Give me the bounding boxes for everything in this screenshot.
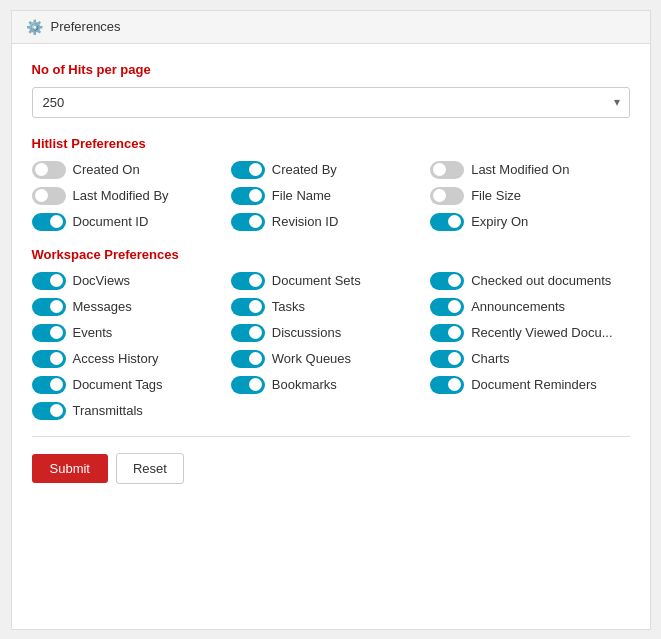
toggle-slider: [32, 187, 66, 205]
toggle-switch[interactable]: [231, 350, 265, 368]
toggle-row: Charts: [430, 350, 629, 368]
hits-per-page-label: No of Hits per page: [32, 62, 630, 77]
hits-per-page-select[interactable]: 250 10 25 50 100 500: [32, 87, 630, 118]
toggle-label: Events: [73, 325, 113, 340]
toggle-slider: [32, 376, 66, 394]
preferences-panel: ⚙️ Preferences No of Hits per page 250 1…: [11, 10, 651, 630]
toggle-label: DocViews: [73, 273, 131, 288]
toggle-label: Work Queues: [272, 351, 351, 366]
toggle-slider: [430, 187, 464, 205]
toggle-label: Transmittals: [73, 403, 143, 418]
workspace-preferences-label: Workspace Preferences: [32, 247, 630, 262]
toggle-switch[interactable]: [32, 298, 66, 316]
toggle-switch[interactable]: [430, 324, 464, 342]
button-row: Submit Reset: [32, 453, 630, 484]
toggle-slider: [231, 187, 265, 205]
toggle-label: File Name: [272, 188, 331, 203]
toggle-row: Document Reminders: [430, 376, 629, 394]
toggle-switch[interactable]: [231, 324, 265, 342]
toggle-slider: [32, 350, 66, 368]
toggle-row: File Size: [430, 187, 629, 205]
toggle-slider: [430, 161, 464, 179]
toggle-switch[interactable]: [231, 272, 265, 290]
toggle-label: Created On: [73, 162, 140, 177]
divider: [32, 436, 630, 437]
toggle-switch[interactable]: [32, 161, 66, 179]
toggle-switch[interactable]: [231, 376, 265, 394]
toggle-slider: [231, 324, 265, 342]
toggle-switch[interactable]: [231, 298, 265, 316]
toggle-slider: [430, 298, 464, 316]
toggle-row: Created On: [32, 161, 231, 179]
reset-button[interactable]: Reset: [116, 453, 184, 484]
toggle-label: Last Modified On: [471, 162, 569, 177]
toggle-row: Created By: [231, 161, 430, 179]
submit-button[interactable]: Submit: [32, 454, 108, 483]
toggle-label: Document Tags: [73, 377, 163, 392]
toggle-label: Document ID: [73, 214, 149, 229]
toggle-row: Work Queues: [231, 350, 430, 368]
toggle-label: Discussions: [272, 325, 341, 340]
hitlist-preferences-section: Hitlist Preferences Created OnCreated By…: [32, 136, 630, 231]
toggle-switch[interactable]: [430, 161, 464, 179]
toggle-label: Document Sets: [272, 273, 361, 288]
toggle-switch[interactable]: [32, 213, 66, 231]
toggle-slider: [231, 376, 265, 394]
toggle-slider: [32, 324, 66, 342]
toggle-switch[interactable]: [430, 187, 464, 205]
toggle-slider: [231, 272, 265, 290]
toggle-switch[interactable]: [430, 213, 464, 231]
toggle-label: Access History: [73, 351, 159, 366]
toggle-label: Checked out documents: [471, 273, 611, 288]
toggle-slider: [32, 213, 66, 231]
hits-per-page-section: No of Hits per page 250 10 25 50 100 500…: [32, 62, 630, 118]
toggle-switch[interactable]: [32, 324, 66, 342]
toggle-slider: [430, 213, 464, 231]
toggle-slider: [430, 350, 464, 368]
toggle-row: Events: [32, 324, 231, 342]
hitlist-preferences-label: Hitlist Preferences: [32, 136, 630, 151]
toggle-switch[interactable]: [231, 213, 265, 231]
toggle-label: Revision ID: [272, 214, 338, 229]
toggle-label: Messages: [73, 299, 132, 314]
toggle-row: Document ID: [32, 213, 231, 231]
toggle-switch[interactable]: [430, 272, 464, 290]
toggle-label: Created By: [272, 162, 337, 177]
toggle-row: Discussions: [231, 324, 430, 342]
toggle-row: Last Modified On: [430, 161, 629, 179]
toggle-switch[interactable]: [430, 350, 464, 368]
toggle-label: Expiry On: [471, 214, 528, 229]
toggle-label: Last Modified By: [73, 188, 169, 203]
preferences-icon: ⚙️: [26, 19, 43, 35]
toggle-row: Document Tags: [32, 376, 231, 394]
toggle-switch[interactable]: [430, 298, 464, 316]
toggle-slider: [231, 350, 265, 368]
toggle-switch[interactable]: [430, 376, 464, 394]
toggle-label: Recently Viewed Docu...: [471, 325, 612, 340]
toggle-row: Messages: [32, 298, 231, 316]
toggle-label: Bookmarks: [272, 377, 337, 392]
toggle-row: Bookmarks: [231, 376, 430, 394]
toggle-slider: [430, 324, 464, 342]
toggle-row: Announcements: [430, 298, 629, 316]
toggle-row: Revision ID: [231, 213, 430, 231]
toggle-switch[interactable]: [231, 161, 265, 179]
toggle-switch[interactable]: [32, 402, 66, 420]
toggle-switch[interactable]: [32, 350, 66, 368]
toggle-switch[interactable]: [32, 272, 66, 290]
toggle-label: Document Reminders: [471, 377, 597, 392]
toggle-row: Expiry On: [430, 213, 629, 231]
toggle-switch[interactable]: [32, 376, 66, 394]
toggle-slider: [430, 272, 464, 290]
toggle-slider: [32, 402, 66, 420]
toggle-switch[interactable]: [32, 187, 66, 205]
panel-title: Preferences: [51, 19, 121, 34]
hitlist-toggle-grid: Created OnCreated ByLast Modified OnLast…: [32, 161, 630, 231]
toggle-switch[interactable]: [231, 187, 265, 205]
toggle-slider: [231, 161, 265, 179]
toggle-slider: [430, 376, 464, 394]
toggle-row: Recently Viewed Docu...: [430, 324, 629, 342]
toggle-label: File Size: [471, 188, 521, 203]
hits-select-wrapper: 250 10 25 50 100 500 ▾: [32, 87, 630, 118]
toggle-slider: [231, 298, 265, 316]
